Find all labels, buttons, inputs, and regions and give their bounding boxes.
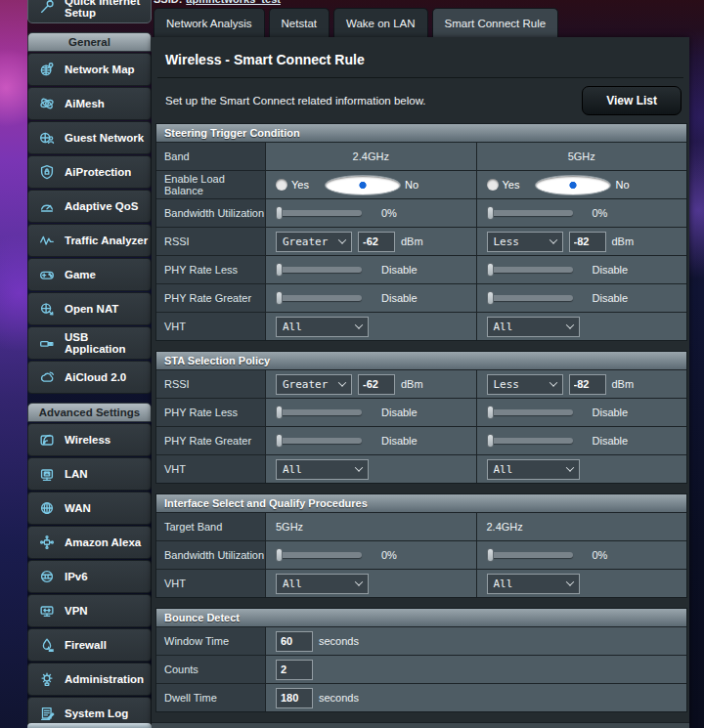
slider-control[interactable] (487, 206, 573, 220)
radio-option-yes[interactable]: Yes (487, 179, 520, 191)
row-cell: Disable (476, 256, 687, 283)
slider-track[interactable] (487, 438, 573, 444)
slider-thumb[interactable] (487, 434, 494, 448)
dropdown-all[interactable]: All (487, 574, 580, 594)
dropdown-all[interactable]: All (276, 459, 369, 480)
slider-control[interactable] (276, 548, 362, 562)
radio-option-no[interactable]: No (325, 175, 418, 195)
sidebar-item-lan[interactable]: LAN (27, 457, 152, 491)
slider-track[interactable] (487, 409, 573, 415)
row-label: Counts (156, 656, 266, 683)
value-input[interactable] (276, 631, 313, 652)
dropdown-greater[interactable]: Greater (276, 232, 352, 252)
adaptive-qos-icon (36, 197, 58, 215)
table-row: PHY Rate LessDisableDisable (156, 255, 686, 283)
slider-thumb[interactable] (487, 206, 494, 220)
value-input[interactable] (276, 660, 313, 680)
value-input[interactable] (569, 374, 606, 395)
sidebar-item-guest-network[interactable]: Guest Network (27, 121, 152, 154)
view-list-button[interactable]: View List (582, 86, 682, 115)
dropdown-all[interactable]: All (276, 317, 369, 337)
slider-track[interactable] (276, 438, 362, 444)
slider-track[interactable] (487, 210, 573, 216)
radio-option-yes[interactable]: Yes (276, 179, 309, 191)
dropdown-all[interactable]: All (276, 574, 369, 594)
sidebar-item-firewall[interactable]: Firewall (27, 628, 152, 662)
sidebar-item-label: AiMesh (65, 98, 105, 109)
slider-track[interactable] (276, 295, 362, 301)
slider-control[interactable] (276, 263, 362, 277)
sidebar-item-wan[interactable]: WAN (27, 492, 152, 525)
tab-wake-on-lan[interactable]: Wake on LAN (333, 8, 428, 37)
row-label: Bandwidth Utilization (156, 541, 266, 569)
unit-label: dBm (401, 378, 423, 390)
value-input[interactable] (358, 374, 395, 395)
dropdown-less[interactable]: Less (487, 232, 563, 252)
slider-thumb[interactable] (276, 434, 283, 448)
table-row: Target Band5GHz2.4GHz (156, 512, 686, 540)
slider-control[interactable] (487, 548, 573, 562)
sidebar-item-amazon-alexa[interactable]: Amazon Alexa (27, 526, 152, 559)
slider-thumb[interactable] (276, 406, 283, 419)
dropdown-all[interactable]: All (487, 317, 580, 337)
aicloud-icon (36, 368, 58, 386)
row-cell: YesNo (266, 171, 476, 198)
row-label: PHY Rate Less (156, 399, 266, 426)
dropdown-all[interactable]: All (487, 459, 580, 480)
slider-control[interactable] (487, 406, 573, 419)
sidebar-item-traffic-analyzer[interactable]: Traffic Analyzer (27, 224, 152, 257)
slider-thumb[interactable] (487, 406, 494, 419)
slider-control[interactable] (276, 406, 362, 419)
slider-track[interactable] (276, 210, 362, 216)
slider-control[interactable] (276, 206, 362, 220)
slider-thumb[interactable] (487, 263, 494, 277)
sidebar-item-ipv6[interactable]: IPv6 (27, 560, 152, 593)
tab-network-analysis[interactable]: Network Analysis (154, 8, 265, 37)
slider-track[interactable] (276, 409, 362, 415)
row-cell: Disable (266, 427, 476, 454)
slider-thumb[interactable] (487, 291, 494, 305)
radio-selected-icon[interactable] (325, 175, 401, 195)
sidebar-item-game[interactable]: Game (27, 258, 152, 291)
sidebar-item-open-nat[interactable]: Open NAT (27, 292, 152, 325)
slider-track[interactable] (487, 267, 573, 273)
slider-thumb[interactable] (276, 291, 283, 305)
dropdown-greater[interactable]: Greater (276, 374, 352, 395)
slider-control[interactable] (487, 263, 573, 277)
slider-control[interactable] (276, 291, 362, 305)
slider-thumb[interactable] (276, 206, 283, 220)
sidebar-item-adaptive-qos[interactable]: Adaptive QoS (27, 190, 152, 223)
sidebar-item-usb-application[interactable]: USB Application (27, 326, 152, 360)
sidebar-item-aicloud-2-0[interactable]: AiCloud 2.0 (27, 361, 152, 394)
sidebar-item-quick-internet-setup[interactable]: Quick Internet Setup (27, 0, 152, 23)
radio-unselected-icon[interactable] (487, 179, 499, 191)
sidebar-item-aimesh[interactable]: AiMesh (27, 87, 152, 120)
tab-smart-connect-rule[interactable]: Smart Connect Rule (432, 8, 559, 38)
slider-track[interactable] (276, 267, 362, 273)
radio-unselected-icon[interactable] (276, 179, 287, 191)
slider-control[interactable] (276, 434, 362, 448)
slider-thumb[interactable] (487, 548, 494, 562)
slider-track[interactable] (487, 552, 573, 558)
value-input[interactable] (569, 232, 606, 252)
slider-control[interactable] (487, 434, 573, 448)
sidebar-item-network-map[interactable]: Network Map (27, 53, 152, 86)
sidebar-item-aiprotection[interactable]: AiProtection (27, 155, 152, 189)
dropdown-less[interactable]: Less (487, 374, 563, 395)
radio-option-no[interactable]: No (535, 175, 629, 195)
row-label: VHT (156, 455, 266, 483)
slider-thumb[interactable] (276, 263, 283, 277)
radio-selected-icon[interactable] (535, 175, 611, 195)
value-input[interactable] (276, 688, 313, 708)
sidebar-item-administration[interactable]: Administration (27, 663, 152, 696)
slider-track[interactable] (487, 295, 573, 301)
sidebar-item-vpn[interactable]: VPN (27, 594, 152, 627)
slider-track[interactable] (276, 552, 362, 558)
value-input[interactable] (358, 232, 395, 252)
sidebar-item-wireless[interactable]: Wireless (27, 423, 152, 456)
slider-control[interactable] (487, 291, 573, 305)
main-column: SSID:apmnetworks_test Network AnalysisNe… (152, 0, 704, 728)
tab-netstat[interactable]: Netstat (269, 8, 330, 37)
ssid-link[interactable]: apmnetworks_test (186, 0, 281, 5)
slider-thumb[interactable] (276, 548, 283, 562)
